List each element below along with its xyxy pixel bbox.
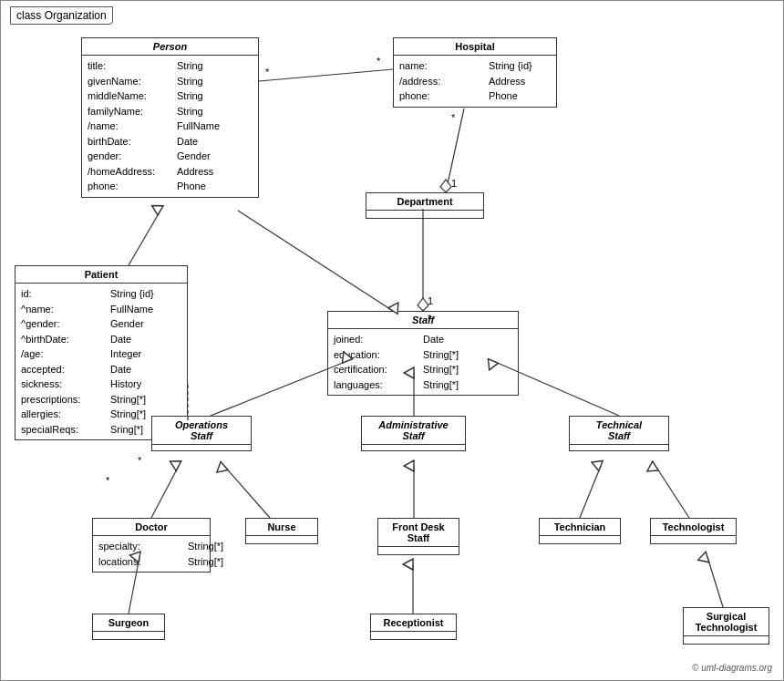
class-operations-staff-header: Operations Staff	[152, 417, 251, 445]
class-hospital: Hospital name:String {id} /address:Addre…	[393, 37, 557, 108]
svg-marker-10	[418, 298, 428, 311]
class-patient-header: Patient	[15, 266, 187, 284]
class-person-header: Person	[82, 38, 258, 56]
svg-line-3	[129, 211, 160, 265]
class-doctor-body: specialty:String[*] locations:String[*]	[93, 536, 210, 572]
class-front-desk-staff-header: Front Desk Staff	[378, 519, 459, 547]
class-nurse: Nurse	[245, 518, 318, 544]
class-administrative-staff-header: Administrative Staff	[362, 417, 465, 445]
copyright: © uml-diagrams.org	[692, 663, 772, 673]
class-department-header: Department	[366, 193, 483, 211]
class-technical-staff: Technical Staff	[569, 416, 669, 451]
svg-line-19	[580, 466, 601, 518]
class-operations-staff: Operations Staff	[151, 416, 252, 451]
class-nurse-header: Nurse	[246, 519, 317, 536]
class-department-body	[366, 211, 483, 218]
class-doctor-header: Doctor	[93, 519, 210, 536]
svg-marker-6	[440, 180, 451, 192]
class-surgeon-header: Surgeon	[93, 614, 164, 632]
diagram-title: class Organization	[10, 6, 113, 25]
svg-line-23	[707, 557, 723, 607]
class-technician: Technician	[539, 518, 621, 544]
class-patient: Patient id:String {id} ^name:FullName ^g…	[15, 265, 188, 440]
svg-text:*: *	[377, 56, 381, 67]
class-surgical-technologist: Surgical Technologist	[683, 607, 769, 645]
class-surgical-technologist-header: Surgical Technologist	[684, 608, 769, 636]
class-technologist: Technologist	[650, 518, 737, 544]
class-person-body: title:String givenName:String middleName…	[82, 56, 258, 197]
class-administrative-staff: Administrative Staff	[361, 416, 466, 451]
svg-line-17	[224, 466, 270, 518]
class-staff-body: joined:Date education:String[*] certific…	[328, 329, 518, 395]
class-receptionist-header: Receptionist	[371, 614, 456, 632]
class-hospital-header: Hospital	[394, 38, 556, 56]
class-staff: Staff joined:Date education:String[*] ce…	[327, 311, 519, 396]
class-hospital-body: name:String {id} /address:Address phone:…	[394, 56, 556, 107]
svg-text:*: *	[451, 112, 456, 123]
svg-text:*: *	[265, 67, 270, 77]
svg-line-20	[655, 466, 689, 518]
class-receptionist: Receptionist	[370, 614, 457, 640]
class-doctor: Doctor specialty:String[*] locations:Str…	[92, 518, 211, 573]
class-department: Department	[366, 192, 484, 219]
svg-line-5	[446, 108, 464, 192]
svg-text:1: 1	[451, 178, 457, 189]
class-front-desk-staff: Front Desk Staff	[377, 518, 459, 555]
svg-line-0	[259, 69, 393, 81]
class-technologist-header: Technologist	[651, 519, 736, 536]
svg-line-16	[151, 466, 179, 518]
class-technical-staff-header: Technical Staff	[570, 417, 668, 445]
svg-line-4	[238, 211, 393, 311]
svg-text:1: 1	[428, 295, 433, 306]
class-technician-header: Technician	[540, 519, 620, 536]
svg-text:*: *	[106, 475, 110, 486]
svg-text:*: *	[138, 455, 142, 466]
class-person: Person title:String givenName:String mid…	[81, 37, 259, 198]
diagram-container: class Organization Person title:String g…	[0, 0, 784, 681]
class-surgeon: Surgeon	[92, 614, 165, 640]
class-staff-header: Staff	[328, 312, 518, 329]
